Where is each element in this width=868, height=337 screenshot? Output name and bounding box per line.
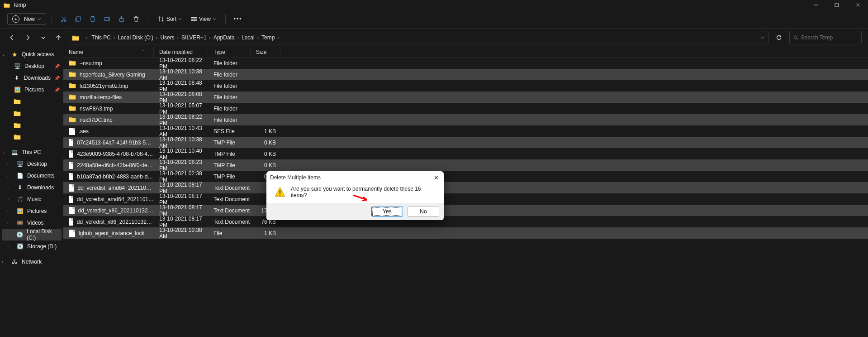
- breadcrumb-segment[interactable]: Temp: [261, 34, 275, 41]
- breadcrumb-segment[interactable]: This PC: [90, 34, 112, 41]
- file-row[interactable]: dd_vcredist_x86_20211013201645_000_vc...…: [63, 216, 868, 227]
- network-icon: 🖧: [11, 259, 18, 265]
- file-row[interactable]: 423e9009-9385-4708-b708-4c6a22b6cf67...1…: [63, 148, 868, 159]
- file-row[interactable]: lghub_agent_instance_lock13-10-2021 10:3…: [63, 227, 868, 239]
- star-icon: ★: [11, 51, 18, 58]
- this-pc-label: This PC: [22, 149, 41, 155]
- file-name: dd_vcredist_x86_20211013201645_000_vc...: [77, 219, 154, 225]
- file-row[interactable]: .ses13-10-2021 10:43 AMSES File1 KB: [63, 125, 868, 137]
- nav-row: › This PC›Local Disk (C:)›Users›SILVER~1…: [0, 29, 868, 47]
- forward-button[interactable]: [22, 32, 33, 43]
- new-button[interactable]: + New: [7, 13, 46, 25]
- chevron-right-icon: ›: [208, 35, 213, 40]
- file-date: 13-10-2021 05:07 PM: [154, 102, 208, 115]
- sidebar-item[interactable]: ›⬇Downloads: [0, 182, 63, 193]
- sidebar-folder[interactable]: [0, 119, 63, 131]
- search-input[interactable]: [801, 34, 858, 41]
- file-row[interactable]: nsx37DC.tmp13-10-2021 08:22 PMFile folde…: [63, 114, 868, 125]
- sidebar-item[interactable]: ›📄Documents: [0, 170, 63, 182]
- breadcrumb-segment[interactable]: Local Disk (C:): [117, 34, 154, 41]
- sidebar-item[interactable]: ›💽Storage (D:): [0, 241, 63, 252]
- dialog-close-button[interactable]: ✕: [432, 173, 440, 182]
- breadcrumb-segment[interactable]: AppData: [213, 34, 236, 41]
- sidebar-item[interactable]: ›🎞️Videos: [0, 217, 63, 229]
- chevron-down-icon[interactable]: [760, 35, 764, 40]
- network-header[interactable]: › 🖧 Network: [0, 256, 63, 268]
- chevron-down-icon: [213, 17, 216, 21]
- chevron-right-icon: ›: [7, 221, 12, 225]
- file-type: File folder: [208, 106, 251, 112]
- column-header-date[interactable]: Date modified: [154, 47, 208, 57]
- file-row[interactable]: dd_vcredist_amd64_2021101320171813-10-20…: [63, 182, 868, 193]
- close-button[interactable]: [847, 0, 868, 10]
- title-bar: Temp: [0, 0, 868, 10]
- recent-locations-button[interactable]: [37, 32, 49, 43]
- search-box[interactable]: [789, 31, 862, 44]
- file-row[interactable]: 2248a58e-d6cb-42fa-86f0-deb8eddccad5...1…: [63, 159, 868, 171]
- file-date: 13-10-2021 02:38 PM: [154, 170, 208, 183]
- sidebar-item-label: Pictures: [27, 208, 47, 214]
- view-button[interactable]: View: [187, 14, 220, 24]
- address-bar[interactable]: › This PC›Local Disk (C:)›Users›SILVER~1…: [68, 31, 768, 44]
- file-row[interactable]: b10a87ad-b0b2-4883-aaeb-dd5ebb5e578...13…: [63, 171, 868, 182]
- file-row[interactable]: dd_vcredist_amd64_20211013201718_000...1…: [63, 193, 868, 205]
- sort-button[interactable]: Sort: [154, 14, 185, 24]
- sidebar-folder[interactable]: [0, 107, 63, 119]
- file-row[interactable]: dd_vcredist_x86_2021101320164513-10-2021…: [63, 205, 868, 216]
- quick-access-header[interactable]: ⌄ ★ Quick access: [0, 48, 63, 60]
- delete-button[interactable]: [130, 13, 142, 25]
- file-row[interactable]: mozilla-temp-files13-10-2021 08:08 PMFil…: [63, 91, 868, 103]
- no-button[interactable]: No: [408, 207, 439, 217]
- document-icon: 📄: [16, 173, 24, 179]
- breadcrumb-segment[interactable]: Users: [159, 34, 175, 41]
- file-row[interactable]: ~nsu.tmp13-10-2021 08:22 PMFile folder: [63, 58, 868, 69]
- video-icon: 🎞️: [16, 220, 24, 226]
- yes-button[interactable]: Yes: [371, 207, 403, 217]
- sidebar-item[interactable]: ›🎵Music: [0, 193, 63, 205]
- share-button[interactable]: [115, 13, 128, 25]
- folder-icon: [69, 82, 76, 90]
- back-button[interactable]: [6, 32, 18, 43]
- sidebar-item[interactable]: ›💽Local Disk (C:): [2, 229, 62, 241]
- sidebar-item-label: Documents: [27, 173, 55, 179]
- file-row[interactable]: 07c24513-64a7-414f-91b3-50cb91c2c2f5.t..…: [63, 137, 868, 148]
- pin-icon: 📌: [54, 64, 60, 69]
- sidebar-item[interactable]: ⬇Downloads📌: [0, 72, 63, 84]
- paste-button[interactable]: [86, 13, 99, 25]
- sidebar-folder[interactable]: [0, 131, 63, 143]
- this-pc-header[interactable]: ⌄ 💻 This PC: [0, 146, 63, 158]
- up-button[interactable]: [52, 32, 64, 43]
- copy-button[interactable]: [72, 13, 85, 25]
- sidebar-item[interactable]: 🖥️Desktop📌: [0, 60, 63, 72]
- column-header-name[interactable]: Name ˄: [63, 47, 154, 57]
- column-header-size[interactable]: Size: [251, 47, 280, 57]
- file-row[interactable]: lu130521yms0z.tmp13-10-2021 08:48 PMFile…: [63, 80, 868, 91]
- file-type: TMP File: [208, 162, 251, 168]
- download-icon: ⬇: [16, 184, 24, 191]
- rename-button[interactable]: [101, 13, 114, 25]
- file-type: File folder: [208, 60, 251, 67]
- sidebar-folder[interactable]: [0, 96, 63, 107]
- sidebar-item[interactable]: ›🖼️Pictures: [0, 205, 63, 217]
- file-row[interactable]: nswF8A3.tmp13-10-2021 05:07 PMFile folde…: [63, 103, 868, 114]
- sidebar-item-label: Pictures: [24, 87, 44, 93]
- more-button[interactable]: •••: [231, 13, 245, 25]
- column-header-type[interactable]: Type: [208, 47, 251, 57]
- sidebar-item-label: Downloads: [24, 75, 51, 81]
- file-type: File folder: [208, 117, 251, 123]
- sidebar-item-label: Desktop: [24, 63, 44, 69]
- chevron-right-icon: ›: [7, 244, 12, 249]
- sidebar-item[interactable]: ›🖥️Desktop: [0, 158, 63, 170]
- cut-button[interactable]: [57, 13, 70, 25]
- minimize-button[interactable]: [806, 0, 826, 10]
- sidebar-item[interactable]: 🖼️Pictures📌: [0, 84, 63, 96]
- maximize-button[interactable]: [826, 0, 847, 10]
- sort-arrow-icon: ˄: [142, 50, 144, 54]
- dialog-titlebar: Delete Multiple Items ✕: [266, 171, 444, 184]
- file-row[interactable]: hsperfdata_Silvery Gaming13-10-2021 10:3…: [63, 69, 868, 80]
- file-icon: [69, 230, 75, 237]
- file-size: 1 KB: [251, 128, 280, 135]
- refresh-button[interactable]: [772, 31, 786, 44]
- breadcrumb-segment[interactable]: Local: [241, 34, 256, 41]
- breadcrumb-segment[interactable]: SILVER~1: [180, 34, 207, 41]
